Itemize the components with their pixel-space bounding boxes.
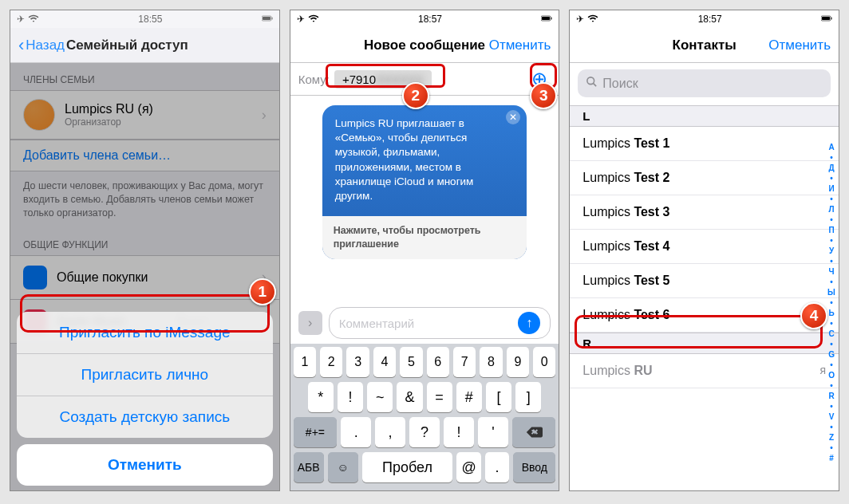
- svg-rect-1: [263, 17, 270, 20]
- kb-row-2: *!~&=#[]: [294, 382, 556, 412]
- screen-new-message: ✈︎ 18:57 Новое сообщение Отменить Кому: …: [290, 10, 560, 491]
- key-abc[interactable]: АБВ: [294, 452, 324, 482]
- index-letter[interactable]: O: [828, 371, 835, 380]
- index-letter[interactable]: А: [828, 143, 834, 152]
- action-sheet: Пригласить по iMessage Пригласить лично …: [17, 312, 273, 486]
- cancel-button[interactable]: Отменить: [768, 37, 831, 53]
- wifi-icon: [587, 13, 598, 26]
- page-title: Семейный доступ: [66, 37, 279, 53]
- search-input[interactable]: Поиск: [578, 69, 831, 97]
- index-letter[interactable]: Ч: [829, 267, 835, 276]
- contact-row[interactable]: Lumpics Test 2: [570, 161, 839, 195]
- svg-line-10: [594, 83, 597, 86]
- index-letter[interactable]: •: [830, 423, 833, 431]
- index-letter[interactable]: •: [830, 360, 833, 369]
- key[interactable]: ~: [367, 382, 393, 412]
- invite-imessage-button[interactable]: Пригласить по iMessage: [17, 312, 273, 353]
- section-header-R: R: [570, 333, 839, 354]
- invite-bubble[interactable]: ✕ Lumpics RU приглашает в «Семью», чтобы…: [322, 105, 527, 259]
- index-letter[interactable]: •: [830, 319, 833, 328]
- cancel-button[interactable]: Отменить: [489, 37, 551, 53]
- key[interactable]: 8: [480, 347, 502, 377]
- index-letter[interactable]: •: [830, 381, 833, 390]
- key[interactable]: .: [341, 417, 371, 447]
- create-child-button[interactable]: Создать детскую запись: [17, 396, 273, 438]
- index-letter[interactable]: •: [830, 153, 833, 162]
- contact-row[interactable]: Lumpics Test 4: [570, 230, 839, 264]
- wifi-icon: [308, 13, 319, 26]
- index-letter[interactable]: •: [830, 340, 833, 348]
- key[interactable]: ]: [515, 382, 541, 412]
- key[interactable]: !: [338, 382, 363, 412]
- sheet-cancel-button[interactable]: Отменить: [17, 444, 273, 486]
- index-letter[interactable]: •: [830, 298, 833, 307]
- index-letter[interactable]: Д: [828, 163, 834, 172]
- contact-row[interactable]: Lumpics Test 5: [570, 264, 839, 298]
- index-letter[interactable]: •: [830, 257, 833, 266]
- key[interactable]: *: [308, 382, 334, 412]
- section-index[interactable]: А•Д•И•Л•П•У•Ч•Ы•Ь•C•G•O•R•V•Z•#: [826, 143, 837, 482]
- key[interactable]: 5: [400, 347, 422, 377]
- svg-rect-2: [271, 17, 272, 19]
- contact-row[interactable]: Lumpics Test 1: [570, 127, 839, 161]
- key[interactable]: 4: [373, 347, 396, 377]
- key-enter[interactable]: Ввод: [513, 452, 555, 482]
- key[interactable]: #: [456, 382, 482, 412]
- key[interactable]: 6: [427, 347, 449, 377]
- apps-toggle-button[interactable]: ›: [298, 311, 322, 335]
- index-letter[interactable]: Ы: [827, 288, 835, 297]
- key[interactable]: 7: [453, 347, 476, 377]
- key[interactable]: ,: [375, 417, 405, 447]
- index-letter[interactable]: V: [829, 412, 835, 421]
- index-letter[interactable]: •: [830, 402, 833, 411]
- contact-row[interactable]: Lumpics Test 3: [570, 195, 839, 230]
- index-letter[interactable]: И: [828, 184, 834, 193]
- index-letter[interactable]: Z: [829, 433, 834, 442]
- index-letter[interactable]: R: [828, 392, 834, 400]
- index-letter[interactable]: Ь: [828, 309, 834, 317]
- screen-contacts: ✈︎ 18:57 Контакты Отменить Поиск L Lumpi…: [569, 10, 839, 491]
- key[interactable]: 3: [346, 347, 369, 377]
- index-letter[interactable]: •: [830, 278, 833, 286]
- key[interactable]: 1: [294, 347, 316, 377]
- airplane-icon: ✈︎: [17, 14, 25, 25]
- index-letter[interactable]: •: [830, 443, 833, 452]
- key-backspace[interactable]: [512, 417, 556, 447]
- comment-input[interactable]: Комментарий ↑: [329, 307, 551, 339]
- search-icon: [586, 76, 598, 91]
- index-letter[interactable]: У: [829, 246, 834, 255]
- key[interactable]: 0: [533, 347, 555, 377]
- key-dot[interactable]: .: [485, 452, 509, 482]
- index-letter[interactable]: G: [828, 350, 835, 359]
- kb-row-4: АБВ ☺ Пробел @ . Ввод: [294, 452, 556, 482]
- send-button[interactable]: ↑: [518, 312, 540, 334]
- key[interactable]: 2: [320, 347, 342, 377]
- index-letter[interactable]: •: [830, 174, 833, 183]
- key[interactable]: =: [427, 382, 452, 412]
- key[interactable]: [: [486, 382, 511, 412]
- index-letter[interactable]: C: [828, 329, 834, 338]
- svg-rect-5: [551, 17, 552, 19]
- battery-icon: [262, 13, 273, 26]
- key-space[interactable]: Пробел: [362, 452, 453, 482]
- index-letter[interactable]: •: [830, 236, 833, 245]
- key-at[interactable]: @: [456, 452, 480, 482]
- contact-row[interactable]: Lumpics Test 6: [570, 298, 839, 333]
- index-letter[interactable]: П: [828, 226, 834, 234]
- key[interactable]: 9: [507, 347, 529, 377]
- invite-in-person-button[interactable]: Пригласить лично: [17, 353, 273, 396]
- index-letter[interactable]: #: [829, 454, 834, 463]
- index-letter[interactable]: •: [830, 215, 833, 224]
- contact-row[interactable]: Lumpics RU я: [570, 354, 839, 388]
- key[interactable]: ': [478, 417, 508, 447]
- key-emoji[interactable]: ☺: [328, 452, 358, 482]
- index-letter[interactable]: Л: [829, 205, 835, 214]
- invite-cta: Нажмите, чтобы просмотреть приглашение: [322, 216, 527, 259]
- key-symbols[interactable]: #+=: [294, 417, 338, 447]
- key[interactable]: &: [397, 382, 422, 412]
- index-letter[interactable]: •: [830, 195, 833, 203]
- back-button[interactable]: ‹Назад: [18, 37, 65, 54]
- key[interactable]: ?: [409, 417, 440, 447]
- airplane-icon: ✈︎: [576, 14, 584, 25]
- key[interactable]: !: [444, 417, 474, 447]
